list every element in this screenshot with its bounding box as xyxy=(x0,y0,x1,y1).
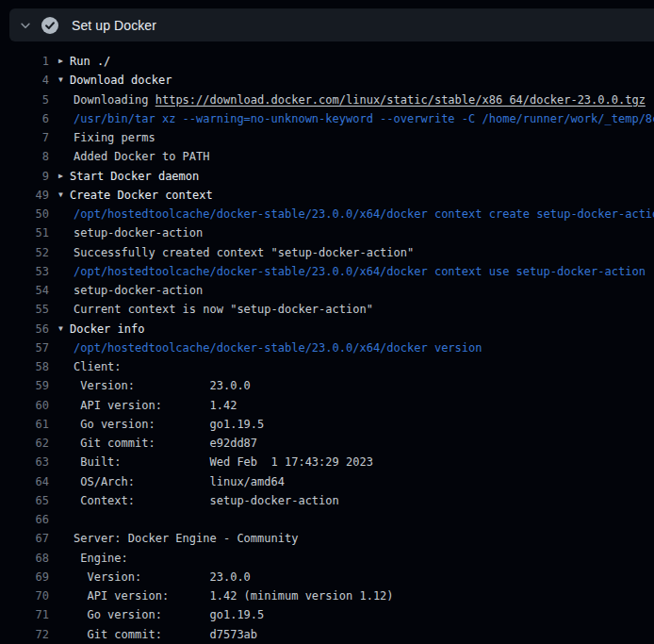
log-line: 65 Context: setup-docker-action xyxy=(0,491,654,510)
line-number[interactable]: 57 xyxy=(0,341,49,355)
line-number[interactable]: 58 xyxy=(0,360,49,373)
log-text: Successfully created context "setup-dock… xyxy=(74,246,414,259)
triangle-expanded-icon[interactable]: ▼ xyxy=(58,325,70,333)
log-line: 52Successfully created context "setup-do… xyxy=(0,243,654,262)
line-number[interactable]: 56 xyxy=(0,322,49,336)
line-number[interactable]: 68 xyxy=(0,552,49,565)
log-line: 62 Git commit: e92dd87 xyxy=(0,434,654,453)
line-number[interactable]: 65 xyxy=(0,494,49,507)
log-line: 66 xyxy=(0,510,654,529)
log-line: 69 Version: 23.0.0 xyxy=(0,568,654,586)
line-number[interactable]: 71 xyxy=(0,608,49,621)
line-number[interactable]: 66 xyxy=(0,513,49,526)
command-text: /opt/hostedtoolcache/docker-stable/23.0.… xyxy=(74,341,482,355)
step-header[interactable]: Set up Docker xyxy=(9,8,654,41)
log-text: Downloading https://download.docker.com/… xyxy=(74,93,646,107)
triangle-collapsed-icon[interactable]: ▶ xyxy=(58,173,70,180)
log-group-row[interactable]: 56▼Docker info xyxy=(0,320,654,339)
log-container: 1▶Run ./4▼Download docker5Downloading ht… xyxy=(0,41,654,644)
log-text: Git commit: e92dd87 xyxy=(74,437,257,450)
log-text: setup-docker-action xyxy=(74,284,203,297)
log-text: Version: 23.0.0 xyxy=(74,379,251,392)
log-line: 8Added Docker to PATH xyxy=(0,147,654,166)
line-number[interactable]: 4 xyxy=(0,74,49,87)
log-line: 57/opt/hostedtoolcache/docker-stable/23.… xyxy=(0,339,654,357)
line-number[interactable]: 64 xyxy=(0,475,49,488)
triangle-collapsed-icon[interactable]: ▶ xyxy=(58,58,70,65)
command-text: /opt/hostedtoolcache/docker-stable/23.0.… xyxy=(74,265,646,278)
group-title: Download docker xyxy=(70,74,172,87)
log-text: Client: xyxy=(74,360,122,373)
log-text: Built: Wed Feb 1 17:43:29 2023 xyxy=(74,455,373,469)
log-text: API version: 1.42 xyxy=(74,399,237,412)
log-text: Git commit: d7573ab xyxy=(74,628,257,641)
log-line: 7Fixing perms xyxy=(0,128,654,147)
line-number[interactable]: 60 xyxy=(0,399,49,412)
line-number[interactable]: 5 xyxy=(0,93,49,107)
line-number[interactable]: 54 xyxy=(0,284,49,297)
log-text: Go version: go1.19.5 xyxy=(74,418,264,431)
log-text: Added Docker to PATH xyxy=(74,150,210,163)
line-number[interactable]: 67 xyxy=(0,532,49,545)
group-title: Create Docker context xyxy=(70,189,213,202)
log-text: OS/Arch: linux/amd64 xyxy=(74,475,285,488)
line-number[interactable]: 52 xyxy=(0,246,49,259)
log-line: 59 Version: 23.0.0 xyxy=(0,376,654,395)
log-line: 68 Engine: xyxy=(0,549,654,568)
log-line: 70 API version: 1.42 (minimum version 1.… xyxy=(0,586,654,605)
triangle-expanded-icon[interactable]: ▼ xyxy=(58,76,70,84)
log-text: Engine: xyxy=(74,552,128,565)
log-line: 63 Built: Wed Feb 1 17:43:29 2023 xyxy=(0,453,654,471)
log-text: Server: Docker Engine - Community xyxy=(74,532,298,545)
line-number[interactable]: 72 xyxy=(0,628,49,641)
line-number[interactable]: 7 xyxy=(0,131,49,144)
line-number[interactable]: 8 xyxy=(0,150,49,163)
log-link[interactable]: https://download.docker.com/linux/static… xyxy=(155,93,646,107)
line-number[interactable]: 59 xyxy=(0,379,49,392)
log-line: 58Client: xyxy=(0,357,654,376)
log-text: Context: setup-docker-action xyxy=(74,494,339,507)
command-text: /opt/hostedtoolcache/docker-stable/23.0.… xyxy=(74,207,654,221)
log-line: 54setup-docker-action xyxy=(0,281,654,300)
group-title: Run ./ xyxy=(70,55,110,68)
log-group-row[interactable]: 49▼Create Docker context xyxy=(0,186,654,205)
chevron-down-icon[interactable] xyxy=(9,19,41,32)
line-number[interactable]: 53 xyxy=(0,265,49,278)
line-number[interactable]: 62 xyxy=(0,437,49,450)
log-group-row[interactable]: 9▶Start Docker daemon xyxy=(0,167,654,186)
line-number[interactable]: 6 xyxy=(0,112,49,125)
line-number[interactable]: 50 xyxy=(0,207,49,221)
log-line: 6/usr/bin/tar xz --warning=no-unknown-ke… xyxy=(0,109,654,128)
log-group-row[interactable]: 1▶Run ./ xyxy=(0,52,654,71)
check-circle-icon xyxy=(41,17,58,34)
line-number[interactable]: 55 xyxy=(0,303,49,316)
log-text: Version: 23.0.0 xyxy=(74,570,251,584)
triangle-expanded-icon[interactable]: ▼ xyxy=(58,191,70,199)
log-line: 5Downloading https://download.docker.com… xyxy=(0,91,654,109)
line-number[interactable]: 9 xyxy=(0,170,49,183)
log-line: 55Current context is now "setup-docker-a… xyxy=(0,300,654,319)
log-line: 72 Git commit: d7573ab xyxy=(0,625,654,644)
line-number[interactable]: 51 xyxy=(0,226,49,239)
log-line: 53/opt/hostedtoolcache/docker-stable/23.… xyxy=(0,262,654,281)
line-number[interactable]: 70 xyxy=(0,589,49,603)
line-number[interactable]: 49 xyxy=(0,189,49,202)
log-line: 71 Go version: go1.19.5 xyxy=(0,605,654,624)
log-line: 61 Go version: go1.19.5 xyxy=(0,415,654,434)
group-title: Start Docker daemon xyxy=(70,170,199,183)
log-line: 51setup-docker-action xyxy=(0,223,654,242)
line-number[interactable]: 61 xyxy=(0,418,49,431)
log-group-row[interactable]: 4▼Download docker xyxy=(0,71,654,90)
step-title: Set up Docker xyxy=(72,18,156,33)
line-number[interactable]: 69 xyxy=(0,570,49,584)
log-text: Go version: go1.19.5 xyxy=(74,608,264,621)
line-number[interactable]: 1 xyxy=(0,55,49,68)
group-title: Docker info xyxy=(70,322,144,336)
line-number[interactable]: 63 xyxy=(0,455,49,469)
log-text: Current context is now "setup-docker-act… xyxy=(74,303,373,316)
log-text: setup-docker-action xyxy=(74,226,203,239)
log-text: API version: 1.42 (minimum version 1.12) xyxy=(74,589,394,603)
log-text: Fixing perms xyxy=(74,131,155,144)
log-line: 64 OS/Arch: linux/amd64 xyxy=(0,472,654,491)
log-line: 60 API version: 1.42 xyxy=(0,396,654,415)
